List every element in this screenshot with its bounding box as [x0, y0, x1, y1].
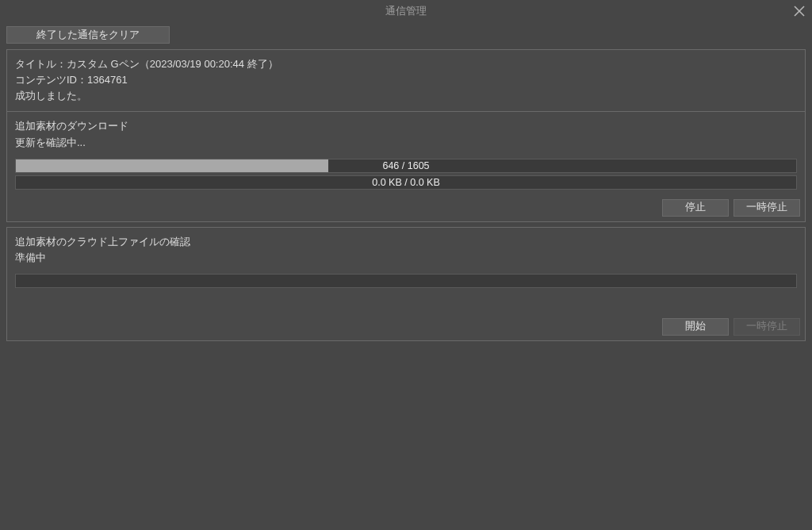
task2-title: 追加素材のダウンロード: [15, 118, 797, 134]
clear-finished-button[interactable]: 終了した通信をクリア: [6, 26, 170, 44]
window-title: 通信管理: [385, 4, 427, 18]
close-icon[interactable]: [793, 5, 806, 17]
task2-progress-bar: 646 / 1605: [15, 159, 797, 173]
task2-status: 更新を確認中...: [15, 135, 797, 151]
pause-button-disabled: 一時停止: [733, 318, 800, 336]
task3-status: 準備中: [15, 250, 797, 266]
start-button[interactable]: 開始: [662, 318, 729, 336]
task3-progress-bar: [15, 274, 797, 288]
task-panel-finished: タイトル：カスタム Gペン（2023/03/19 00:20:44 終了） コン…: [6, 49, 806, 222]
task1-title: タイトル：カスタム Gペン（2023/03/19 00:20:44 終了）: [15, 56, 797, 72]
task1-content-id: コンテンツID：1364761: [15, 72, 797, 88]
task1-status: 成功しました。: [15, 88, 797, 104]
task2-progress-text: 646 / 1605: [16, 159, 796, 172]
task2-speed-bar: 0.0 KB / 0.0 KB: [15, 175, 797, 190]
stop-button[interactable]: 停止: [662, 199, 729, 217]
task3-title: 追加素材のクラウド上ファイルの確認: [15, 234, 797, 250]
task-panel-cloud: 追加素材のクラウド上ファイルの確認 準備中 開始 一時停止: [6, 227, 806, 341]
pause-button[interactable]: 一時停止: [733, 199, 800, 217]
